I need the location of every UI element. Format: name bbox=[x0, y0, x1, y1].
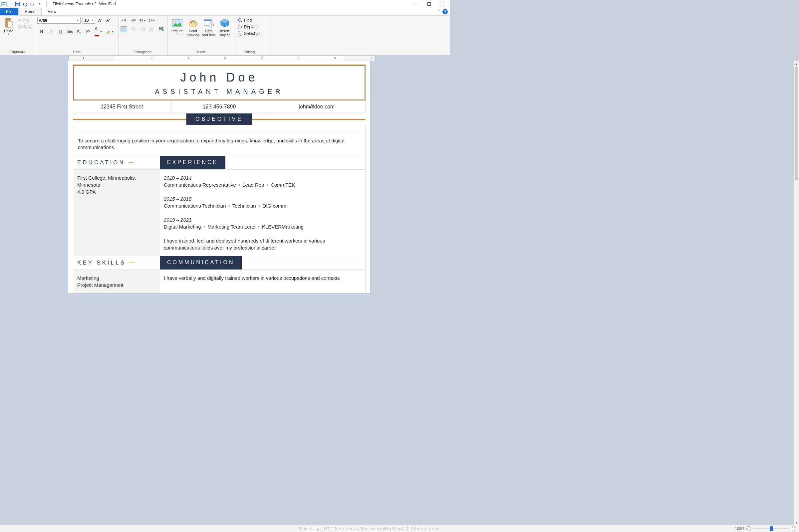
cube-icon bbox=[219, 18, 230, 28]
cut-button[interactable]: ✂ Cut bbox=[17, 18, 33, 23]
insert-picture-button[interactable]: Picture▼ bbox=[170, 17, 184, 36]
strikethrough-button[interactable]: abc bbox=[67, 29, 73, 34]
line-spacing-button[interactable]: ▼ bbox=[148, 18, 155, 24]
redo-icon[interactable] bbox=[30, 1, 35, 7]
svg-point-52 bbox=[190, 22, 192, 23]
paste-button[interactable]: Paste ▼ bbox=[2, 17, 15, 36]
svg-text:ab: ab bbox=[238, 25, 240, 27]
workspace: 1 1 2 3 4 5 6 7 ▴ ▾ John Doe ASSISTANT M… bbox=[0, 55, 450, 299]
search-icon bbox=[238, 18, 242, 23]
subscript-button[interactable]: X2 bbox=[76, 28, 82, 35]
help-icon[interactable]: ? bbox=[443, 9, 448, 14]
align-center-button[interactable] bbox=[130, 26, 136, 32]
svg-rect-13 bbox=[8, 21, 12, 27]
svg-rect-57 bbox=[204, 20, 211, 21]
svg-rect-14 bbox=[106, 33, 110, 34]
quick-access-toolbar: ▼ bbox=[1, 1, 49, 7]
title-bar: ▼ FileInfo.com Example.rtf - WordPad bbox=[0, 0, 450, 8]
svg-point-55 bbox=[194, 24, 196, 25]
tab-home[interactable]: Home bbox=[18, 8, 42, 15]
copy-button[interactable]: ⧉ Copy bbox=[17, 24, 33, 29]
group-insert: Picture▼ Paint drawing Date and time Ins… bbox=[168, 16, 235, 55]
find-button[interactable]: Find bbox=[236, 18, 262, 23]
tab-view[interactable]: View bbox=[42, 8, 62, 15]
group-label-editing: Editing bbox=[236, 49, 262, 55]
highlight-button[interactable]: ▼ bbox=[106, 29, 114, 34]
horizontal-ruler[interactable]: 1 1 2 3 4 5 6 7 bbox=[68, 55, 375, 61]
svg-rect-5 bbox=[16, 2, 19, 3]
document-page[interactable]: John Doe ASSISTANT MANAGER 12345 First S… bbox=[68, 61, 370, 293]
experience-body: 2010 – 2014 Communications Representativ… bbox=[160, 170, 365, 256]
paint-drawing-button[interactable]: Paint drawing bbox=[186, 17, 200, 37]
objective-banner: OBJECTIVE bbox=[73, 113, 366, 126]
align-left-button[interactable] bbox=[120, 26, 127, 32]
objective-text: To secure a challenging position in your… bbox=[73, 132, 366, 156]
increase-indent-button[interactable] bbox=[130, 18, 136, 24]
svg-text:ac: ac bbox=[238, 27, 240, 29]
undo-icon[interactable] bbox=[22, 1, 27, 7]
insert-object-button[interactable]: Insert object bbox=[217, 17, 232, 37]
group-editing: Find abac Replace Select all Editing bbox=[235, 16, 264, 55]
group-clipboard: Paste ▼ ✂ Cut ⧉ Copy Clipboard bbox=[0, 16, 35, 55]
group-label-insert: Insert bbox=[170, 49, 232, 55]
copy-icon: ⧉ bbox=[18, 24, 21, 29]
edu-exp-header: EDUCATION— EXPERIENCE bbox=[73, 156, 366, 170]
svg-line-62 bbox=[241, 21, 242, 22]
replace-button[interactable]: abac Replace bbox=[236, 24, 262, 30]
communication-body: I have verbally and digitally trained wo… bbox=[160, 270, 365, 293]
align-justify-button[interactable] bbox=[148, 26, 155, 32]
svg-point-23 bbox=[140, 22, 141, 23]
resume-title: ASSISTANT MANAGER bbox=[74, 88, 365, 95]
group-font: Arial▼ 10▼ A▴ A▾ B I U abc X2 X2 A bbox=[35, 16, 118, 55]
ruler-area: 1 1 2 3 4 5 6 7 bbox=[0, 55, 450, 61]
svg-rect-66 bbox=[239, 33, 241, 35]
bullets-button[interactable]: ▼ bbox=[139, 18, 146, 24]
paragraph-dialog-button[interactable] bbox=[158, 26, 165, 32]
calendar-clock-icon bbox=[203, 18, 214, 28]
align-right-button[interactable] bbox=[139, 26, 146, 32]
skills-comm-body: MarketingProject Management I have verba… bbox=[73, 270, 366, 293]
window-title: FileInfo.com Example.rtf - WordPad bbox=[51, 2, 411, 6]
date-time-button[interactable]: Date and time bbox=[202, 17, 217, 37]
contact-row: 12345 First Street 123-456-7890 john@doe… bbox=[73, 100, 366, 113]
qat-dropdown-icon[interactable]: ▼ bbox=[37, 1, 42, 7]
skills-comm-header: KEY SKILLS— COMMUNICATION bbox=[73, 256, 366, 270]
maximize-button[interactable] bbox=[425, 0, 434, 8]
group-label-clipboard: Clipboard bbox=[2, 49, 33, 55]
palette-icon bbox=[188, 18, 199, 28]
group-label-paragraph: Paragraph bbox=[120, 49, 165, 55]
group-label-font: Font bbox=[37, 49, 116, 55]
group-paragraph: ▼ ▼ Paragraph bbox=[118, 16, 168, 55]
grow-font-button[interactable]: A▴ bbox=[97, 18, 103, 23]
bold-button[interactable]: B bbox=[39, 29, 44, 35]
svg-rect-12 bbox=[6, 18, 10, 20]
wordpad-app-icon bbox=[1, 1, 7, 7]
minimize-button[interactable] bbox=[411, 0, 421, 8]
replace-icon: abac bbox=[238, 25, 242, 29]
superscript-button[interactable]: X2 bbox=[85, 29, 91, 34]
svg-point-22 bbox=[140, 20, 141, 21]
svg-point-53 bbox=[192, 21, 194, 22]
decrease-indent-button[interactable] bbox=[120, 18, 127, 24]
collapse-ribbon-icon[interactable]: ˄ bbox=[439, 9, 441, 14]
paste-icon bbox=[3, 18, 14, 28]
italic-button[interactable]: I bbox=[48, 29, 54, 35]
svg-rect-8 bbox=[428, 2, 431, 5]
select-all-icon bbox=[238, 31, 242, 36]
save-icon[interactable] bbox=[15, 1, 20, 7]
font-size-combo[interactable]: 10▼ bbox=[82, 17, 95, 24]
svg-point-21 bbox=[140, 19, 141, 20]
contact-address: 12345 First Street bbox=[73, 100, 171, 113]
shrink-font-button[interactable]: A▾ bbox=[105, 18, 111, 23]
tab-file[interactable]: File bbox=[0, 8, 18, 15]
svg-rect-6 bbox=[16, 4, 19, 6]
font-name-combo[interactable]: Arial▼ bbox=[37, 17, 80, 24]
skills-body: MarketingProject Management bbox=[73, 270, 160, 293]
resume-name: John Doe bbox=[74, 71, 365, 84]
select-all-button[interactable]: Select all bbox=[236, 31, 262, 36]
ribbon: Paste ▼ ✂ Cut ⧉ Copy Clipboard A bbox=[0, 16, 450, 55]
highlighter-icon bbox=[106, 29, 111, 34]
font-color-button[interactable]: A ▼ bbox=[95, 26, 102, 38]
close-button[interactable] bbox=[438, 0, 447, 8]
underline-button[interactable]: U bbox=[57, 29, 63, 35]
